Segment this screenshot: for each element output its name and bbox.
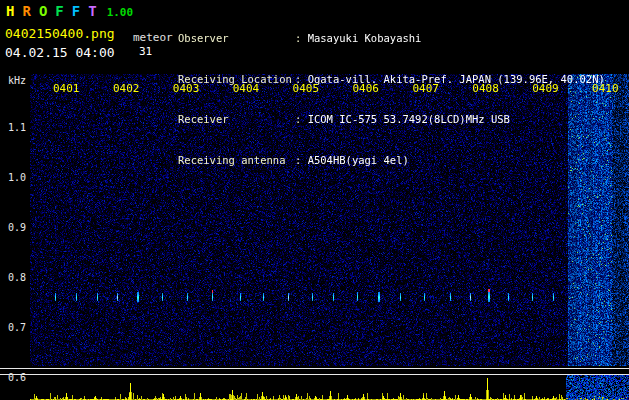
info-row-receiver: Receiver: ICOM IC-575 53.7492(8LCD)MHz U…: [178, 113, 605, 127]
info-row-antenna: Receiving antenna: A504HB(yagi 4el): [178, 154, 605, 168]
info-separator: :: [295, 32, 308, 44]
info-label-antenna: Receiving antenna: [178, 154, 295, 168]
time-tick-label: 0410: [592, 82, 619, 95]
logo-letter: O: [39, 3, 55, 19]
info-row-observer: Observer: Masayuki Kobayashi: [178, 32, 605, 46]
freq-axis-unit: kHz: [0, 75, 26, 86]
time-tick-label: 0402: [113, 82, 140, 95]
info-separator: :: [295, 154, 308, 166]
info-value-antenna: A504HB(yagi 4el): [308, 154, 409, 166]
logo-letter: R: [22, 3, 38, 19]
output-filename: 0402150400.png: [5, 26, 115, 41]
app-logo: HROFFT1.00: [6, 3, 133, 19]
info-label-receiver: Receiver: [178, 113, 295, 127]
time-tick-label: 0404: [233, 82, 260, 95]
freq-tick-label: 0.7: [0, 322, 26, 333]
time-tick-label: 0403: [173, 82, 200, 95]
observation-datetime: 04.02.15 04:00: [5, 45, 115, 60]
info-value-receiver: ICOM IC-575 53.7492(8LCD)MHz USB: [308, 113, 510, 125]
echo-count: 31: [139, 45, 152, 58]
logo-letter: F: [72, 3, 88, 19]
info-separator: :: [295, 113, 308, 125]
freq-tick-label: 0.6: [0, 372, 26, 383]
time-tick-label: 0405: [293, 82, 320, 95]
logo-letter: F: [55, 3, 71, 19]
app-version: 1.00: [107, 6, 134, 19]
time-tick-label: 0406: [353, 82, 380, 95]
hrofft-screen: HROFFT1.00 0402150400.png meteor 04.02.1…: [0, 0, 629, 400]
freq-tick-label: 1.0: [0, 172, 26, 183]
time-tick-label: 0408: [472, 82, 499, 95]
separator-line-top: [0, 368, 629, 369]
signal-level-canvas: [30, 375, 629, 400]
logo-letter: T: [88, 3, 104, 19]
freq-tick-label: 0.9: [0, 222, 26, 233]
app-logo-letters: HROFFT: [6, 3, 105, 19]
time-tick-label: 0407: [412, 82, 439, 95]
info-label-observer: Observer: [178, 32, 295, 46]
logo-letter: H: [6, 3, 22, 19]
separator-line-bottom: [0, 374, 629, 375]
station-info: Observer: Masayuki Kobayashi Receiving L…: [178, 5, 605, 194]
time-tick-label: 0401: [53, 82, 80, 95]
time-tick-label: 0409: [532, 82, 559, 95]
info-value-observer: Masayuki Kobayashi: [308, 32, 422, 44]
freq-tick-label: 1.1: [0, 122, 26, 133]
freq-tick-label: 0.8: [0, 272, 26, 283]
observation-mode: meteor: [133, 31, 173, 44]
